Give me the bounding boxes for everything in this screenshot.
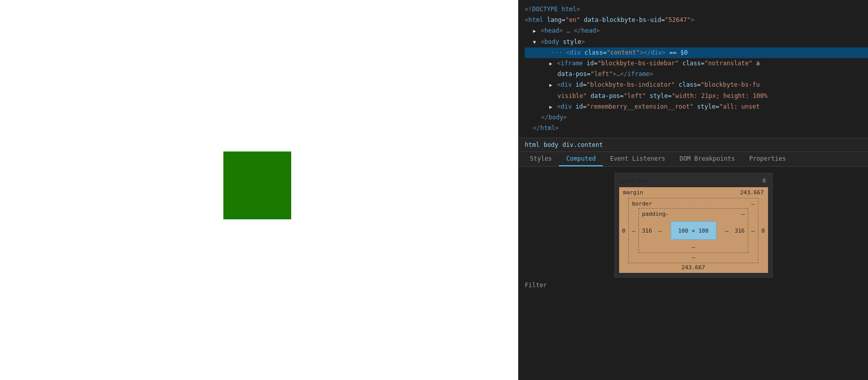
padding-mid-row: 316 – 100 × 100 – 316 [639, 218, 748, 243]
tab-computed[interactable]: Computed [559, 152, 603, 166]
margin-top-value: 243.667 [740, 189, 763, 196]
border-top-row: border – [629, 198, 758, 208]
green-box-element [223, 151, 291, 219]
html-line-11: </body> [525, 112, 868, 123]
padding-bottom-row: – [639, 243, 748, 252]
tab-event-listeners[interactable]: Event Listeners [603, 152, 672, 166]
border-right-dash: – [748, 208, 758, 253]
content-size: 100 × 100 [678, 227, 709, 234]
padding-left-dash: – [655, 227, 665, 234]
webpage-preview [0, 0, 518, 380]
html-line-5-selected[interactable]: ··· <div class="content"></div> == $0 [525, 47, 868, 58]
border-label: border [632, 200, 652, 207]
padding-top-value: – [742, 211, 745, 217]
border-bottom-value: – [692, 254, 695, 261]
margin-bottom-row: 243.667 [619, 263, 768, 273]
content-box: 100 × 100 [671, 221, 717, 240]
breadcrumb-body[interactable]: body [544, 141, 558, 148]
devtools-panel: <!DOCTYPE html> <html lang="en" data-blo… [518, 0, 868, 380]
breadcrumb-div-content[interactable]: div.content [563, 141, 603, 148]
border-value: – [751, 200, 755, 207]
border-box: border – – padding- [628, 198, 758, 263]
html-source-panel: <!DOCTYPE html> <html lang="en" data-blo… [519, 0, 868, 138]
filter-bar: Filter [525, 281, 862, 290]
margin-left-value: 316 [639, 227, 655, 234]
padding-top-row: padding- – [639, 209, 748, 218]
margin-left-outer: 0 [619, 198, 629, 263]
margin-box: margin 243.667 0 border – – [619, 187, 768, 273]
padding-right-dash: – [722, 227, 732, 234]
html-line-3[interactable]: ▶ <head> … </head> [525, 26, 868, 36]
html-line-4[interactable]: ▼ <body style> [525, 37, 868, 47]
border-region: border – – padding- [628, 198, 758, 263]
padding-box: padding- – 316 – 100 [639, 208, 749, 253]
margin-right-outer: 0 [758, 198, 768, 263]
computed-panel: position 0 margin 243.667 0 border [519, 167, 868, 380]
html-line-1: <!DOCTYPE html> [525, 4, 868, 15]
html-line-10[interactable]: ▶ <div id="rememberry__extension__root" … [525, 102, 868, 112]
margin-right-value: 316 [731, 227, 748, 234]
margin-bottom-value: 243.667 [681, 264, 705, 271]
devtools-tabs: Styles Computed Event Listeners DOM Brea… [519, 152, 868, 167]
margin-top-row: margin 243.667 [619, 187, 768, 198]
html-line-6[interactable]: ▶ <iframe id="blockbyte-bs-sidebar" clas… [525, 58, 868, 69]
tab-styles[interactable]: Styles [523, 152, 559, 166]
border-bottom-row: – [629, 253, 758, 263]
html-line-12: </html> [525, 123, 868, 134]
breadcrumb-html[interactable]: html [525, 141, 540, 148]
margin-mid-row: 0 border – – [619, 198, 768, 263]
tab-properties[interactable]: Properties [742, 152, 793, 166]
border-left-dash: – [629, 208, 639, 253]
padding-label: padding- [642, 211, 669, 217]
padding-region: padding- – 316 – 100 [639, 208, 749, 253]
padding-bottom-value: – [692, 244, 695, 250]
margin-label: margin [623, 189, 644, 196]
html-line-2: <html lang="en" data-blockbyte-bs-uid="5… [525, 15, 868, 26]
position-row: position 0 [619, 178, 768, 184]
border-mid-row: – padding- – 31 [629, 208, 758, 253]
html-line-7: data-pos="left">…</iframe> [525, 69, 868, 80]
filter-label: Filter [525, 282, 547, 289]
position-value: 0 [762, 178, 766, 184]
position-label: position [621, 178, 648, 184]
box-model-diagram: position 0 margin 243.667 0 border [615, 173, 773, 277]
breadcrumb-bar: html body div.content [519, 138, 868, 152]
tab-dom-breakpoints[interactable]: DOM Breakpoints [673, 152, 742, 166]
html-line-8[interactable]: ▶ <div id="blockbyte-bs-indicator" class… [525, 80, 868, 90]
html-line-9: visible" data-pos="left" style="width: 2… [525, 91, 868, 102]
